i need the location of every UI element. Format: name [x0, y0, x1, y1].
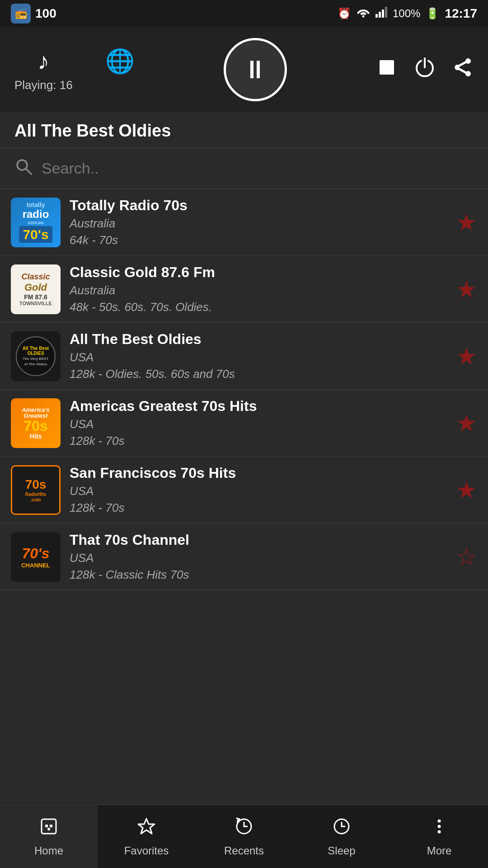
station-item[interactable]: totally radio com.au 70's Totally Radio … — [0, 189, 488, 256]
station-name: San Franciscos 70s Hits — [70, 465, 447, 481]
svg-point-17 — [438, 830, 441, 833]
favorite-star[interactable]: ☆ — [456, 543, 477, 571]
sleep-icon — [332, 816, 352, 841]
favorite-star[interactable]: ★ — [456, 410, 477, 437]
now-playing-title: All The Best Oldies — [14, 121, 171, 140]
station-logo: All The BestOLDIESThe Very BESTof The Ol… — [11, 331, 61, 381]
nav-sleep[interactable]: Sleep — [293, 805, 390, 868]
stop-button[interactable] — [376, 57, 398, 83]
station-country: Australia — [70, 283, 447, 297]
station-meta: 128k - 70s — [70, 501, 447, 515]
status-time: 12:17 — [445, 6, 477, 21]
favorite-star[interactable]: ★ — [456, 209, 477, 236]
station-name: Totally Radio 70s — [70, 197, 447, 214]
station-logo: Classic Gold FM 87.6 TOWNSVILLE — [11, 264, 61, 314]
share-button[interactable] — [452, 57, 474, 83]
globe-icon: 🌐 — [105, 47, 135, 75]
station-meta: 128k - 70s — [70, 434, 447, 448]
favorite-star[interactable]: ★ — [456, 476, 477, 504]
svg-point-6 — [17, 160, 27, 170]
svg-rect-4 — [385, 7, 387, 18]
svg-rect-9 — [45, 825, 48, 827]
sleep-label: Sleep — [328, 844, 355, 857]
station-item[interactable]: 70s RadioHits.com San Franciscos 70s Hit… — [0, 457, 488, 524]
favorites-label: Favorites — [124, 844, 169, 857]
battery-percent: 100% — [393, 7, 420, 20]
recents-label: Recents — [224, 844, 264, 857]
svg-point-16 — [438, 825, 441, 828]
station-logo: totally radio com.au 70's — [11, 198, 61, 247]
nav-home[interactable]: Home — [0, 805, 98, 868]
alarm-icon: ⏰ — [338, 7, 351, 20]
recents-icon — [234, 816, 254, 841]
player-header: ♪ Playing: 16 🌐 ⏸ — [0, 27, 488, 112]
wifi-icon — [357, 7, 370, 20]
station-item[interactable]: All The BestOLDIESThe Very BESTof The Ol… — [0, 323, 488, 390]
station-country: USA — [70, 484, 447, 498]
favorite-star[interactable]: ★ — [456, 343, 477, 370]
app-icon: 📻 — [11, 4, 31, 24]
station-info: That 70s Channel USA 128k - Classic Hits… — [70, 532, 447, 582]
nav-recents[interactable]: Recents — [195, 805, 293, 868]
home-label: Home — [34, 844, 63, 857]
content-area: ♪ Playing: 16 🌐 ⏸ — [0, 27, 488, 805]
nav-favorites[interactable]: Favorites — [98, 805, 195, 868]
station-info: San Franciscos 70s Hits USA 128k - 70s — [70, 465, 447, 515]
station-info: Classic Gold 87.6 Fm Australia 48k - 50s… — [70, 264, 447, 314]
station-country: USA — [70, 417, 447, 431]
battery-icon: 🔋 — [426, 7, 439, 20]
station-info: Americas Greatest 70s Hits USA 128k - 70… — [70, 398, 447, 448]
svg-rect-1 — [375, 14, 378, 18]
power-button[interactable] — [414, 57, 436, 83]
pause-icon: ⏸ — [243, 57, 268, 82]
svg-rect-5 — [380, 60, 394, 75]
svg-point-15 — [438, 819, 441, 822]
svg-point-0 — [362, 15, 364, 18]
player-icons-left: ♪ Playing: 16 🌐 — [14, 47, 135, 92]
signal-icon — [375, 7, 387, 20]
station-name: Americas Greatest 70s Hits — [70, 398, 447, 415]
station-logo: America'sGreatest 70s Hits — [11, 398, 61, 448]
station-info: All The Best Oldies USA 128k - Oldies. 5… — [70, 331, 447, 381]
station-item[interactable]: 70's CHANNEL That 70s Channel USA 128k -… — [0, 524, 488, 590]
station-country: USA — [70, 551, 447, 565]
station-meta: 128k - Classic Hits 70s — [70, 568, 447, 582]
station-meta: 48k - 50s. 60s. 70s. Oldies. — [70, 300, 447, 314]
search-icon — [14, 157, 33, 179]
status-right: ⏰ 100% 🔋 12:17 — [338, 6, 477, 21]
svg-point-11 — [47, 828, 50, 830]
playing-text: Playing: 16 — [14, 78, 73, 92]
pause-button[interactable]: ⏸ — [224, 38, 287, 101]
favorites-icon — [136, 816, 156, 841]
now-playing-section: All The Best Oldies — [0, 112, 488, 148]
station-name: All The Best Oldies — [70, 331, 447, 348]
svg-rect-8 — [42, 819, 56, 834]
svg-line-7 — [26, 169, 31, 174]
station-meta: 64k - 70s — [70, 233, 447, 247]
station-country: USA — [70, 350, 447, 364]
station-logo: 70s RadioHits.com — [11, 465, 61, 515]
station-info: Totally Radio 70s Australia 64k - 70s — [70, 197, 447, 247]
svg-rect-3 — [382, 9, 384, 18]
search-input[interactable] — [42, 160, 474, 177]
station-list: totally radio com.au 70's Totally Radio … — [0, 189, 488, 805]
station-item[interactable]: Classic Gold FM 87.6 TOWNSVILLE Classic … — [0, 256, 488, 323]
station-country: Australia — [70, 217, 447, 231]
player-right — [376, 57, 474, 83]
more-label: More — [427, 844, 452, 857]
station-item[interactable]: America'sGreatest 70s Hits Americas Grea… — [0, 390, 488, 457]
status-bar: 📻 100 ⏰ 100% 🔋 12:17 — [0, 0, 488, 27]
nav-more[interactable]: More — [390, 805, 488, 868]
search-bar[interactable] — [0, 148, 488, 189]
station-name: Classic Gold 87.6 Fm — [70, 264, 447, 281]
player-center[interactable]: ⏸ — [224, 38, 287, 101]
station-name: That 70s Channel — [70, 532, 447, 548]
svg-marker-12 — [138, 819, 155, 834]
bottom-nav: Home Favorites Recents Sleep — [0, 805, 488, 868]
status-left: 📻 100 — [11, 4, 56, 24]
favorite-star[interactable]: ★ — [456, 276, 477, 303]
status-number: 100 — [35, 6, 56, 21]
svg-rect-2 — [379, 12, 381, 18]
music-icon: ♪ — [38, 47, 49, 75]
more-icon — [429, 816, 449, 841]
